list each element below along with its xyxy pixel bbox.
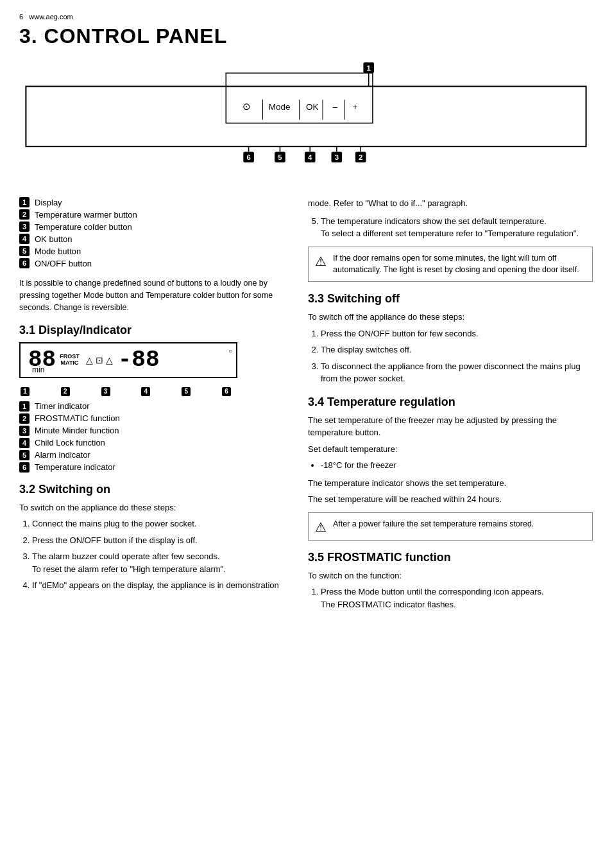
list-item-mode: 5 Mode button — [19, 246, 289, 256]
step-33-2: The display switches off. — [321, 343, 593, 356]
display-diagram-container: 88 min FROST MATIC △ ⊡ △ ○ -88 1 — [19, 342, 289, 396]
section-34-title: 3.4 Temperature regulation — [308, 395, 593, 409]
circle-indicator: ○ — [228, 347, 232, 354]
panel-svg: ⊙ Mode OK – + 1 2 3 4 5 6 — [19, 60, 593, 180]
label-display: Display — [35, 198, 62, 207]
section-34-para2: The set temperature will be reached with… — [308, 493, 593, 506]
warning-door: ⚠ If the door remains open for some minu… — [308, 247, 593, 282]
svg-text:3: 3 — [335, 153, 339, 161]
right-column: mode. Refer to "What to do if..." paragr… — [308, 197, 593, 617]
indicator-item-3: 3 Minute Minder function — [19, 426, 289, 436]
indicator-pos-5: 5 — [182, 386, 196, 396]
svg-text:1: 1 — [367, 64, 371, 72]
label-colder: Temperature colder button — [35, 222, 132, 232]
display-icons: △ ⊡ △ — [86, 355, 113, 365]
left-column: 1 Display 2 Temperature warmer button 3 … — [19, 197, 289, 617]
indicator-pos-6: 6 — [222, 386, 236, 396]
svg-text:+: + — [353, 102, 358, 112]
svg-text:Mode: Mode — [269, 102, 291, 112]
warning-power: ⚠ After a power failure the set temperat… — [308, 512, 593, 541]
section-32-steps-cont: The temperature indicators show the set … — [308, 215, 593, 240]
page-url: www.aeg.com — [29, 13, 72, 21]
step-35-1: Press the Mode button until the correspo… — [321, 586, 593, 611]
badge-5: 5 — [19, 246, 30, 256]
intro-note: It is possible to change predefined soun… — [19, 277, 289, 313]
lock-icon: ⊡ — [96, 355, 103, 365]
indicator-pos-4: 4 — [141, 386, 155, 396]
step-5: The temperature indicators show the set … — [321, 215, 593, 240]
svg-text:4: 4 — [308, 153, 312, 161]
badge-6: 6 — [19, 258, 30, 268]
badge-3: 3 — [19, 221, 30, 232]
indicator-item-2: 2 FROSTMATIC function — [19, 413, 289, 424]
display-diagram: 88 min FROST MATIC △ ⊡ △ ○ -88 — [19, 342, 237, 378]
step-3-sub: To reset the alarm refer to "High temper… — [32, 564, 226, 574]
content-columns: 1 Display 2 Temperature warmer button 3 … — [19, 197, 593, 617]
label-mode: Mode button — [35, 247, 81, 256]
section-35-steps: Press the Mode button until the correspo… — [308, 586, 593, 611]
label-onoff: ON/OFF button — [35, 259, 92, 268]
triangle-icon: △ — [86, 355, 93, 365]
badge-4: 4 — [19, 234, 30, 244]
indicator-item-1: 1 Timer indicator — [19, 401, 289, 412]
indicator-pos-2: 2 — [61, 386, 75, 396]
indicator-item-6: 6 Temperature indicator — [19, 462, 289, 473]
svg-text:6: 6 — [246, 153, 250, 161]
indicator-pos-1: 1 — [21, 386, 35, 396]
digit-right: -88 — [118, 349, 160, 372]
warning-icon-door: ⚠ — [315, 254, 327, 269]
section-33-intro: To switch off the appliance do these ste… — [308, 311, 593, 324]
svg-text:2: 2 — [359, 153, 362, 161]
section-34-para1: The temperature indicator shows the set … — [308, 477, 593, 490]
section-32-steps: Connect the mains plug to the power sock… — [19, 517, 289, 592]
svg-text:–: – — [333, 102, 338, 112]
page-title: 3. CONTROL PANEL — [19, 24, 593, 48]
section-35-title: 3.5 FROSTMATIC function — [308, 551, 593, 564]
section-32-title: 3.2 Switching on — [19, 483, 289, 496]
page-number: 6 — [19, 13, 23, 21]
svg-text:5: 5 — [278, 153, 282, 161]
list-item-colder: 3 Temperature colder button — [19, 221, 289, 232]
step-1: Connect the mains plug to the power sock… — [32, 517, 289, 530]
list-item-warmer: 2 Temperature warmer button — [19, 209, 289, 220]
svg-rect-0 — [26, 87, 586, 147]
section-34-bullets: -18°C for the freezer — [308, 459, 593, 472]
label-ok: OK button — [35, 234, 72, 244]
section-34-intro: The set temperature of the freezer may b… — [308, 414, 593, 439]
step-33-3: To disconnect the appliance from the pow… — [321, 360, 593, 385]
section-31-title: 3.1 Display/Indicator — [19, 324, 289, 337]
indicator-pos-3: 3 — [101, 386, 115, 396]
warning-power-text: After a power failure the set temperatur… — [333, 518, 534, 530]
section-34-default-label: Set default temperature: — [308, 443, 593, 456]
step-4: If "dEMo" appears on the display, the ap… — [32, 579, 289, 592]
svg-text:OK: OK — [306, 102, 319, 112]
list-item-display: 1 Display — [19, 197, 289, 207]
component-list: 1 Display 2 Temperature warmer button 3 … — [19, 197, 289, 268]
control-panel-diagram: ⊙ Mode OK – + 1 2 3 4 5 6 — [19, 60, 593, 182]
badge-2: 2 — [19, 209, 30, 220]
temp-bullet: -18°C for the freezer — [321, 459, 593, 472]
warning-door-text: If the door remains open for some minute… — [333, 252, 586, 277]
frost-matic-label: FROST MATIC — [60, 354, 80, 367]
step-33-1: Press the ON/OFF button for few seconds. — [321, 327, 593, 340]
svg-text:⊙: ⊙ — [242, 101, 251, 112]
page-header: 6 www.aeg.com — [19, 13, 593, 21]
section-35-intro: To switch on the function: — [308, 569, 593, 582]
section-33-title: 3.3 Switching off — [308, 292, 593, 306]
step-2: Press the ON/OFF button if the display i… — [32, 534, 289, 547]
label-warmer: Temperature warmer button — [35, 210, 137, 220]
indicator-badge-row: 1 2 3 4 5 6 — [19, 386, 237, 396]
section-33-steps: Press the ON/OFF button for few seconds.… — [308, 327, 593, 385]
alarm-icon: △ — [106, 355, 113, 365]
step-3: The alarm buzzer could operate after few… — [32, 550, 289, 575]
list-item-onoff: 6 ON/OFF button — [19, 258, 289, 268]
section-32-intro: To switch on the appliance do these step… — [19, 501, 289, 514]
list-item-ok: 4 OK button — [19, 234, 289, 244]
warning-icon-power: ⚠ — [315, 519, 327, 535]
indicator-item-4: 4 Child Lock function — [19, 438, 289, 448]
digit-min: min — [32, 365, 44, 374]
step-35-1-sub: The FROSTMATIC indicator flashes. — [321, 600, 456, 609]
badge-1: 1 — [19, 197, 30, 207]
indicator-list: 1 Timer indicator 2 FROSTMATIC function … — [19, 401, 289, 473]
step-5-sub: To select a different set temperature re… — [321, 229, 579, 238]
